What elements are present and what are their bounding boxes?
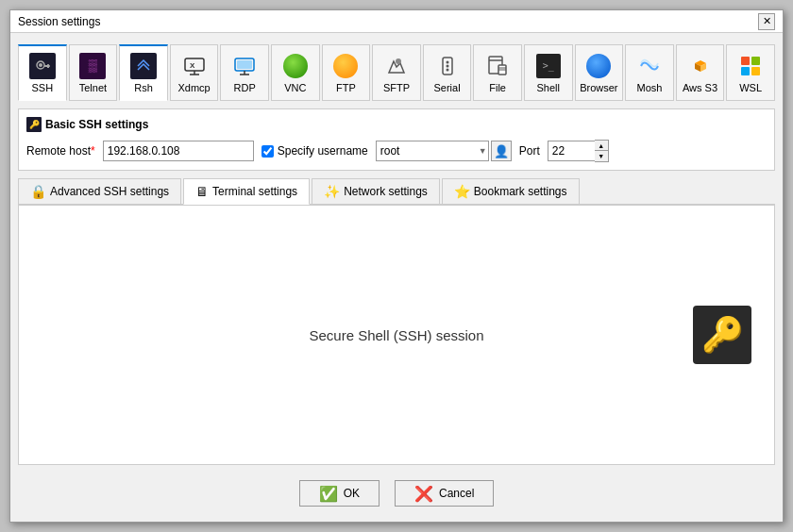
- svg-rect-21: [741, 67, 750, 75]
- tab-rdp[interactable]: RDP: [220, 44, 269, 101]
- port-spinner: ▲ ▼: [548, 140, 609, 162]
- dialog-content: SSH ▒ Telnet Rsh: [10, 33, 783, 522]
- tab-ftp[interactable]: FTP: [322, 44, 371, 101]
- inner-tabs-bar: 🔒 Advanced SSH settings 🖥 Terminal setti…: [18, 178, 775, 205]
- tab-network[interactable]: ✨ Network settings: [312, 178, 440, 204]
- specify-username-checkbox[interactable]: [262, 145, 274, 158]
- tab-advanced-ssh[interactable]: 🔒 Advanced SSH settings: [18, 178, 181, 204]
- session-settings-dialog: Session settings ✕ SSH ▒: [9, 9, 784, 523]
- terminal-icon: 🖥: [195, 184, 209, 199]
- user-picker-button[interactable]: 👤: [491, 141, 512, 161]
- bookmark-icon: ⭐: [454, 184, 470, 199]
- tab-awss3-label: Aws S3: [683, 82, 717, 93]
- file-icon: [484, 53, 511, 79]
- tab-bookmark[interactable]: ⭐ Bookmark settings: [442, 178, 580, 204]
- svg-rect-19: [741, 57, 750, 65]
- required-marker: *: [91, 144, 95, 158]
- tab-terminal-label: Terminal settings: [212, 185, 297, 198]
- tab-serial-label: Serial: [433, 82, 460, 93]
- tab-telnet[interactable]: ▒ Telnet: [69, 44, 118, 101]
- tab-rsh[interactable]: Rsh: [119, 44, 168, 101]
- tab-vnc[interactable]: VNC: [271, 44, 320, 101]
- tab-browser-label: Browser: [580, 82, 617, 93]
- tab-network-label: Network settings: [344, 185, 428, 198]
- tab-serial[interactable]: Serial: [423, 44, 472, 101]
- tab-bookmark-label: Bookmark settings: [474, 185, 567, 198]
- vnc-icon: [282, 53, 309, 79]
- username-select-wrapper: ▼: [376, 141, 489, 161]
- group-title: 🔑 Basic SSH settings: [26, 117, 767, 132]
- port-input[interactable]: [548, 141, 595, 161]
- button-row: ✅ OK ❌ Cancel: [18, 473, 775, 514]
- port-label: Port: [519, 144, 540, 158]
- svg-point-15: [446, 64, 448, 67]
- dialog-title: Session settings: [18, 15, 100, 28]
- tab-xdmcp-label: Xdmcp: [177, 82, 210, 93]
- username-input[interactable]: [376, 141, 489, 161]
- tab-file-label: File: [489, 82, 506, 93]
- sftp-icon: [383, 53, 410, 79]
- tab-xdmcp[interactable]: X Xdmcp: [170, 44, 219, 101]
- svg-rect-3: [47, 64, 49, 68]
- tab-wsl[interactable]: WSL: [726, 44, 775, 101]
- tab-sftp-label: SFTP: [383, 82, 410, 93]
- network-icon: ✨: [324, 184, 340, 199]
- mosh-icon: [636, 53, 663, 79]
- specify-username-checkbox-label[interactable]: Specify username: [262, 144, 368, 158]
- group-icon: 🔑: [26, 117, 42, 132]
- tab-terminal[interactable]: 🖥 Terminal settings: [183, 178, 310, 205]
- ssh-icon: [29, 53, 56, 79]
- tab-shell[interactable]: >_ Shell: [524, 44, 573, 101]
- spinner-buttons: ▲ ▼: [595, 140, 609, 162]
- tabs-and-content: 🔒 Advanced SSH settings 🖥 Terminal setti…: [18, 178, 775, 465]
- title-bar: Session settings ✕: [10, 10, 783, 33]
- tab-mosh[interactable]: Mosh: [625, 44, 674, 101]
- telnet-icon: ▒: [79, 53, 106, 79]
- cancel-button[interactable]: ❌ Cancel: [395, 480, 494, 507]
- close-button[interactable]: ✕: [758, 13, 775, 30]
- tab-vnc-label: VNC: [284, 82, 306, 93]
- browser-icon: [585, 53, 612, 79]
- tab-awss3[interactable]: Aws S3: [676, 44, 725, 101]
- session-description: Secure Shell (SSH) session: [309, 327, 483, 343]
- tab-browser[interactable]: Browser: [575, 44, 624, 101]
- tab-mosh-label: Mosh: [636, 82, 662, 93]
- tab-rsh-label: Rsh: [134, 82, 153, 93]
- ftp-icon: [332, 53, 359, 79]
- svg-point-12: [396, 58, 401, 64]
- cancel-label: Cancel: [439, 487, 474, 500]
- remote-host-input[interactable]: [103, 141, 254, 161]
- ok-button[interactable]: ✅ OK: [299, 480, 380, 507]
- tab-shell-label: Shell: [537, 82, 560, 93]
- tab-ssh-label: SSH: [31, 82, 53, 93]
- key-icon: 🔑: [701, 315, 744, 355]
- tab-rdp-label: RDP: [234, 82, 256, 93]
- advanced-ssh-icon: 🔒: [30, 184, 46, 199]
- wsl-icon: [737, 53, 764, 79]
- group-label: Basic SSH settings: [45, 118, 148, 131]
- svg-rect-20: [751, 57, 760, 65]
- serial-icon: [434, 53, 461, 79]
- tab-ftp-label: FTP: [336, 82, 356, 93]
- tab-advanced-ssh-label: Advanced SSH settings: [50, 185, 169, 198]
- svg-point-16: [446, 68, 448, 71]
- basic-ssh-form-row: Remote host* Specify username ▼ 👤 Port: [26, 140, 767, 162]
- shell-icon: >_: [535, 53, 562, 79]
- ok-label: OK: [344, 487, 360, 500]
- port-increment-button[interactable]: ▲: [595, 141, 608, 151]
- port-decrement-button[interactable]: ▼: [595, 151, 608, 161]
- protocol-tabs: SSH ▒ Telnet Rsh: [18, 41, 775, 101]
- basic-ssh-group: 🔑 Basic SSH settings Remote host* Specif…: [18, 108, 775, 171]
- ok-icon: ✅: [319, 485, 338, 503]
- svg-rect-22: [751, 67, 760, 75]
- svg-point-1: [39, 63, 42, 67]
- svg-text:X: X: [190, 61, 195, 70]
- key-icon-box: 🔑: [693, 306, 751, 364]
- tab-sftp[interactable]: SFTP: [372, 44, 421, 101]
- username-container: ▼ 👤: [376, 141, 512, 161]
- awss3-icon: [687, 53, 714, 79]
- tab-ssh[interactable]: SSH: [18, 44, 67, 101]
- tab-wsl-label: WSL: [739, 82, 762, 93]
- xdmcp-icon: X: [181, 53, 208, 79]
- tab-file[interactable]: File: [473, 44, 522, 101]
